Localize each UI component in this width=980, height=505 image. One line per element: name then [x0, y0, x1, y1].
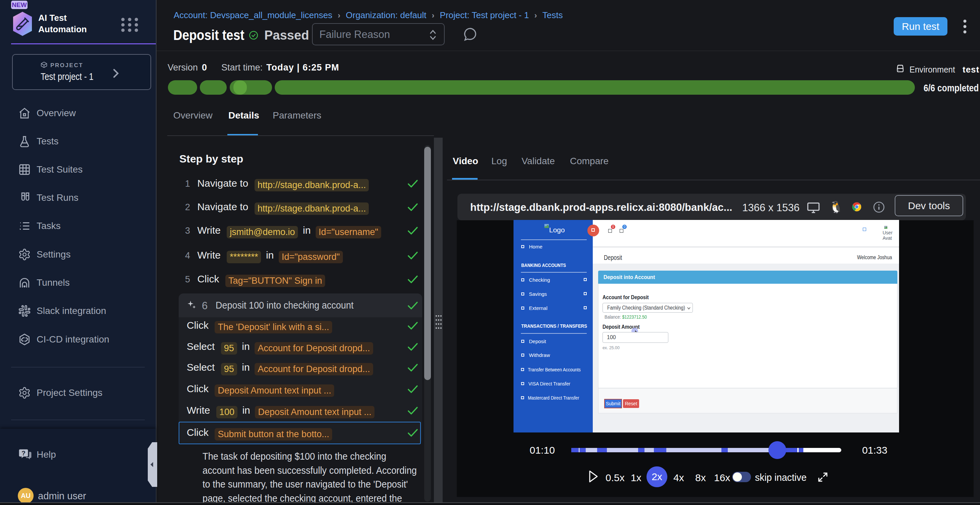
svg-text:?: ? — [21, 449, 25, 457]
